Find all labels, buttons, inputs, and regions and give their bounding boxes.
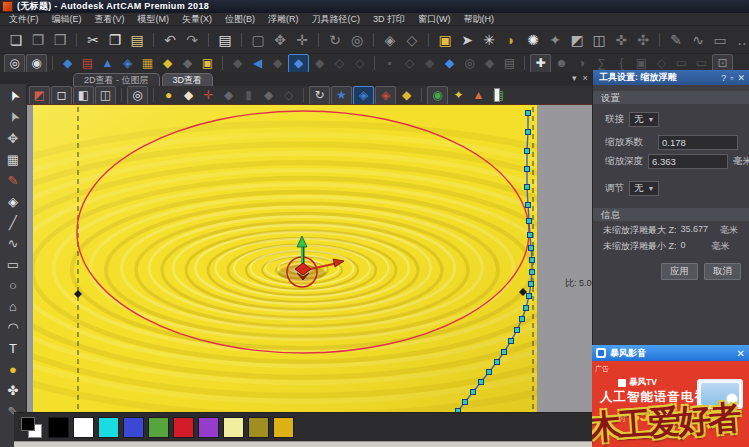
spline-point[interactable] xyxy=(463,400,468,405)
palette-swatch[interactable] xyxy=(273,417,294,438)
fade-tool-icon[interactable]: ✦ xyxy=(545,29,565,51)
palette-swatch[interactable] xyxy=(73,417,94,438)
spline-point[interactable] xyxy=(487,370,492,375)
star-blue-icon[interactable]: ★ xyxy=(331,86,352,105)
plane-yellow-icon[interactable]: ◆ xyxy=(397,87,416,104)
paint-selective-tool-icon[interactable]: ◈ xyxy=(3,191,24,211)
sphere-green-icon[interactable]: ◉ xyxy=(427,86,448,105)
burst-tool-icon[interactable]: ✺ xyxy=(523,29,543,51)
spline-point[interactable] xyxy=(530,270,535,275)
rectangle-tool-icon[interactable]: ▭ xyxy=(3,254,24,274)
diamond-dim-icon[interactable]: ◇ xyxy=(652,55,671,72)
pencil-tool-icon[interactable]: ✎ xyxy=(666,29,686,51)
spline-point[interactable] xyxy=(520,317,525,322)
lasso-tool-icon[interactable]: ∿ xyxy=(688,29,708,51)
polyline-tool-icon[interactable]: ∿ xyxy=(3,233,24,253)
ad-close-icon[interactable]: ✕ xyxy=(737,348,745,359)
open-file-icon[interactable]: ❐ xyxy=(28,29,48,51)
notes-icon[interactable]: ▤ xyxy=(215,29,235,51)
import-folder-icon[interactable]: ▣ xyxy=(435,29,455,51)
copy-icon[interactable]: ❐ xyxy=(105,29,125,51)
zero-plane-toggle-icon[interactable]: ◆ xyxy=(179,87,198,104)
panel-header[interactable]: 工具设置: 缩放浮雕 ? ▫ ✕ xyxy=(593,70,749,85)
polygon-tool-icon[interactable]: ⌂ xyxy=(3,296,24,316)
scatter-tool-icon[interactable]: ✳ xyxy=(479,29,499,51)
iso-view-icon[interactable]: ◩ xyxy=(29,86,50,105)
relief-tool-1-icon[interactable]: ◆ xyxy=(228,55,247,72)
face-wizard-icon[interactable]: ☻ xyxy=(552,55,571,72)
relief-wedge-blue-icon[interactable]: ◀ xyxy=(248,55,267,72)
rect-dim-2-icon[interactable]: ▭ xyxy=(692,55,711,72)
spline-point[interactable] xyxy=(527,219,532,224)
tab-3d-view[interactable]: 3D查看 xyxy=(162,73,214,86)
relief-waffle-icon[interactable]: ▦ xyxy=(138,55,157,72)
relief-cone-blue-icon[interactable]: ▲ xyxy=(98,55,117,72)
spline-point[interactable] xyxy=(529,282,534,287)
top-view-icon[interactable]: ◫ xyxy=(95,86,116,105)
spline-point[interactable] xyxy=(526,111,531,116)
spline-point[interactable] xyxy=(495,360,500,365)
menu-item[interactable]: 查看(V) xyxy=(95,13,125,26)
spline-point[interactable] xyxy=(529,246,534,251)
adjust-dropdown[interactable]: 无 ▼ xyxy=(629,181,659,196)
primary-secondary-color-chip[interactable] xyxy=(20,416,44,438)
relief-brick-red-icon[interactable]: ▤ xyxy=(78,55,97,72)
palette-swatch[interactable] xyxy=(198,417,219,438)
scale-depth-input[interactable] xyxy=(648,154,728,169)
zoom-2d-icon[interactable]: ◎ xyxy=(4,54,25,73)
menu-item[interactable]: 矢量(X) xyxy=(182,13,212,26)
undo-icon[interactable]: ↶ xyxy=(160,29,180,51)
menu-item[interactable]: 编辑(E) xyxy=(52,13,82,26)
brace-gray-icon[interactable]: { xyxy=(612,55,631,72)
flip-tool-icon[interactable]: ◩ xyxy=(567,29,587,51)
block-move-icon[interactable]: ✥ xyxy=(270,29,290,51)
redo-icon[interactable]: ↷ xyxy=(182,29,202,51)
align-node-tool-icon[interactable]: ✣ xyxy=(633,29,653,51)
tab-2d-view[interactable]: 2D查看 - 位图层 xyxy=(73,73,160,86)
ring-gray-icon[interactable]: ◎ xyxy=(460,55,479,72)
menu-item[interactable]: 窗口(W) xyxy=(418,13,451,26)
square-gray-icon[interactable]: ▣ xyxy=(632,55,651,72)
scale-relief-icon[interactable]: ◆ xyxy=(288,54,309,73)
spline-point[interactable] xyxy=(479,380,484,385)
more-dots-icon[interactable]: ‥ xyxy=(732,29,749,51)
menu-item[interactable]: 文件(F) xyxy=(9,13,39,26)
spline-point[interactable] xyxy=(527,294,532,299)
layers-gray-icon[interactable]: ▤ xyxy=(500,55,519,72)
scale-factor-input[interactable] xyxy=(658,135,738,150)
measure-tool-icon[interactable]: ◎ xyxy=(347,29,367,51)
flood-fill-tool-icon[interactable]: ● xyxy=(3,359,24,379)
save-file-icon[interactable]: ❒ xyxy=(50,29,70,51)
spline-point[interactable] xyxy=(528,233,533,238)
panel-restore-icon[interactable]: ▫ xyxy=(730,73,733,83)
view-tool-1-icon[interactable]: ◆ xyxy=(219,87,238,104)
model-grid-tool-icon[interactable]: ▦ xyxy=(3,149,24,169)
palette-swatch[interactable] xyxy=(173,417,194,438)
window-tool-icon[interactable]: ◫ xyxy=(589,29,609,51)
add-relief-icon[interactable]: ✚ xyxy=(530,54,551,73)
layers-blue-icon[interactable]: ◈ xyxy=(353,86,374,105)
relief-tool-6-icon[interactable]: ▪ xyxy=(380,55,399,72)
line-tool-icon[interactable]: ╱ xyxy=(3,212,24,232)
spline-point[interactable] xyxy=(515,328,520,333)
view-tool-2-icon[interactable]: ▮ xyxy=(239,87,258,104)
relief-tool-8-icon[interactable]: ◆ xyxy=(420,55,439,72)
transform-tool-icon[interactable]: ✥ xyxy=(3,128,24,148)
slider-handle[interactable] xyxy=(494,88,500,102)
relief-tool-3-icon[interactable]: ◆ xyxy=(310,55,329,72)
paste-icon[interactable]: ▤ xyxy=(127,29,147,51)
menu-item[interactable]: 位图(B) xyxy=(225,13,255,26)
star-cursor-icon[interactable]: ✦ xyxy=(449,87,468,104)
relief-preview-icon[interactable]: ◉ xyxy=(26,54,47,73)
snap-tool-icon[interactable]: ◈ xyxy=(380,29,400,51)
relief-tool-9-icon[interactable]: ◆ xyxy=(480,55,499,72)
block-copy-icon[interactable]: ✛ xyxy=(292,29,312,51)
menu-item[interactable]: 3D 打印 xyxy=(373,13,405,26)
link-dropdown[interactable]: 无 ▼ xyxy=(629,112,659,127)
palette-swatch[interactable] xyxy=(48,417,69,438)
relief-tool-2-icon[interactable]: ◆ xyxy=(268,55,287,72)
mirror-tool-icon[interactable]: ◇ xyxy=(402,29,422,51)
arc-tool-icon[interactable]: ◠ xyxy=(3,317,24,337)
relief-tool-4-icon[interactable]: ◇ xyxy=(330,55,349,72)
relief-gray-icon[interactable]: ◆ xyxy=(178,55,197,72)
